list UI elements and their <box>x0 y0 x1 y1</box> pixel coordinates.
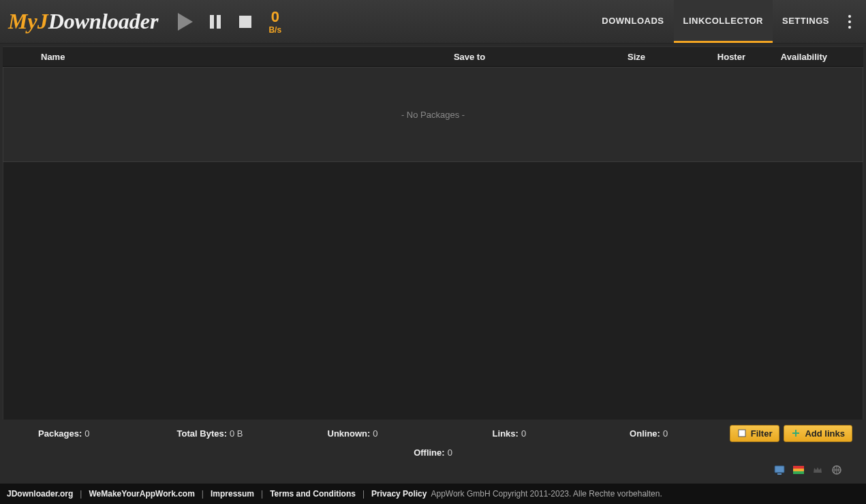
footer-link-privacy[interactable]: Privacy Policy <box>371 489 427 499</box>
footer-link-impressum[interactable]: Impressum <box>211 489 254 499</box>
svg-rect-1 <box>210 15 214 29</box>
totalbytes-label: Total Bytes: <box>177 428 227 439</box>
separator: | <box>80 489 82 499</box>
filter-label: Filter <box>751 428 773 439</box>
stats-bar: Packages: 0 Total Bytes: 0 B Unknown: 0 … <box>3 420 863 481</box>
logo-my: My <box>8 9 37 34</box>
table-body: - No Packages - <box>3 67 863 162</box>
status-icon-row <box>14 462 852 479</box>
stat-totalbytes: Total Bytes: 0 B <box>177 428 243 439</box>
empty-message: - No Packages - <box>401 110 465 120</box>
online-value: 0 <box>663 428 668 439</box>
column-availability[interactable]: Availability <box>745 52 841 62</box>
table-header: Name Save to Size Hoster Availability <box>3 46 863 67</box>
logo-downloader: Downloader <box>48 9 159 34</box>
stat-offline: Offline: 0 <box>414 447 452 458</box>
online-label: Online: <box>630 428 660 439</box>
svg-rect-6 <box>777 473 782 475</box>
tab-linkcollector[interactable]: LINKCOLLECTOR <box>674 0 773 43</box>
dot-icon <box>848 26 851 29</box>
add-icon <box>791 428 801 438</box>
footer-bar: JDownloader.org | WeMakeYourAppWork.com … <box>0 484 866 504</box>
svg-rect-7 <box>793 466 804 469</box>
content-area: Name Save to Size Hoster Availability - … <box>0 44 866 484</box>
svg-rect-3 <box>239 16 251 28</box>
packages-label: Packages: <box>38 428 82 439</box>
tab-settings[interactable]: SETTINGS <box>773 0 839 43</box>
empty-space <box>3 162 863 420</box>
column-name[interactable]: Name <box>3 52 343 62</box>
svg-rect-8 <box>793 469 804 471</box>
unknown-label: Unknown: <box>328 428 371 439</box>
svg-marker-0 <box>178 13 193 31</box>
totalbytes-value: 0 B <box>230 428 243 439</box>
separator: | <box>362 489 365 499</box>
app-logo: My J Downloader <box>5 9 158 34</box>
main-tabs: DOWNLOADS LINKCOLLECTOR SETTINGS <box>592 0 861 43</box>
footer-link-appwork[interactable]: WeMakeYourAppWork.com <box>89 489 194 499</box>
svg-rect-2 <box>217 15 221 29</box>
stat-links: Links: 0 <box>493 428 527 439</box>
packages-value: 0 <box>84 428 89 439</box>
filter-button[interactable]: Filter <box>730 425 780 442</box>
speed-value: 0 <box>268 10 281 25</box>
add-links-label: Add links <box>805 428 845 439</box>
logo-j: J <box>37 9 48 34</box>
stop-icon <box>238 15 252 29</box>
unknown-value: 0 <box>373 428 377 439</box>
dot-icon <box>848 20 851 23</box>
globe-icon[interactable] <box>831 464 843 475</box>
svg-rect-5 <box>775 466 784 473</box>
playback-controls <box>174 8 256 35</box>
stat-unknown: Unknown: 0 <box>328 428 378 439</box>
action-buttons: Filter Add links <box>730 425 852 442</box>
footer-link-terms[interactable]: Terms and Conditions <box>270 489 356 499</box>
add-links-button[interactable]: Add links <box>784 425 852 442</box>
stat-packages: Packages: 0 <box>38 428 90 439</box>
footer-link-jdownloader[interactable]: JDownloader.org <box>7 489 73 499</box>
offline-label: Offline: <box>414 447 445 458</box>
stat-online: Online: 0 <box>630 428 668 439</box>
play-icon <box>176 12 194 32</box>
speed-indicator: 0 B/s <box>268 10 281 34</box>
play-button[interactable] <box>174 8 196 35</box>
separator: | <box>202 489 204 499</box>
monitor-icon[interactable] <box>773 464 786 475</box>
offline-value: 0 <box>448 447 452 458</box>
links-label: Links: <box>493 428 519 439</box>
header-bar: My J Downloader 0 B/s DOWNLOADS LINKCOLL… <box>0 0 866 44</box>
stats-row-2: Offline: 0 <box>14 443 852 462</box>
svg-rect-9 <box>793 471 804 474</box>
filter-icon <box>737 428 747 438</box>
crown-icon[interactable] <box>811 464 824 475</box>
column-size[interactable]: Size <box>596 52 677 62</box>
separator: | <box>261 489 263 499</box>
speed-unit: B/s <box>268 26 281 34</box>
pause-icon <box>209 14 221 29</box>
footer-copyright: AppWork GmbH Copyright 2011-2023. Alle R… <box>431 489 662 499</box>
links-value: 0 <box>521 428 526 439</box>
stats-row-1: Packages: 0 Total Bytes: 0 B Unknown: 0 … <box>14 424 852 443</box>
tab-downloads[interactable]: DOWNLOADS <box>592 0 673 43</box>
column-saveto[interactable]: Save to <box>343 52 596 62</box>
overflow-menu-button[interactable] <box>839 0 861 43</box>
stop-button[interactable] <box>234 8 256 35</box>
pause-button[interactable] <box>204 8 226 35</box>
svg-rect-4 <box>739 430 745 437</box>
column-hoster[interactable]: Hoster <box>677 52 745 62</box>
dot-icon <box>848 15 851 18</box>
flag-icon[interactable] <box>792 464 805 475</box>
